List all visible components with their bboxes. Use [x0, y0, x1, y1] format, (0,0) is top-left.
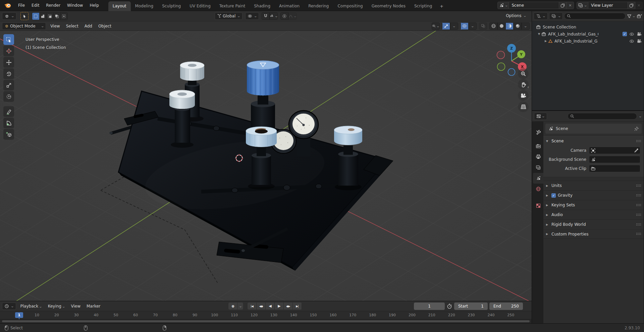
expand-arrow-icon[interactable]: ▶ [543, 40, 548, 43]
menu-window[interactable]: Window [64, 2, 86, 9]
pivot-point-dropdown[interactable]: ⌄ [245, 12, 259, 20]
add-workspace-button[interactable]: + [436, 2, 447, 11]
gravity-checkbox[interactable]: ✓ [551, 193, 556, 198]
options-dropdown[interactable]: Options ⌄ [503, 12, 529, 19]
workspace-tab-modeling[interactable]: Modeling [131, 1, 158, 11]
annotate-tool-button[interactable] [3, 106, 14, 117]
shading-wireframe-button[interactable] [489, 22, 497, 30]
background-scene-field[interactable] [589, 156, 640, 163]
panel-custom-properties[interactable]: ▶Custom Properties [543, 229, 644, 239]
new-view-layer-button[interactable] [628, 2, 635, 9]
play-button[interactable]: ▶ [275, 303, 284, 310]
outliner-row-scene-collection[interactable]: Scene Collection [532, 23, 644, 30]
ortho-grid-icon[interactable] [518, 102, 529, 112]
panel-drag-handle[interactable] [636, 233, 641, 236]
auto-keying-toggle[interactable]: ● [228, 303, 237, 310]
workspace-tab-geometry-nodes[interactable]: Geometry Nodes [367, 1, 410, 11]
mode-dropdown[interactable]: Object Mode ⌄ [2, 22, 46, 30]
outliner-display-mode-dropdown[interactable]: ⌄ [549, 12, 563, 20]
camera-view-icon[interactable] [518, 90, 529, 101]
menu-edit[interactable]: Edit [28, 2, 43, 9]
new-scene-button[interactable] [559, 2, 567, 9]
visibility-dropdown[interactable]: ⌄ [432, 22, 440, 30]
select-mode-intersect[interactable] [60, 13, 67, 20]
editor-type-button-timeline[interactable]: ⌄ [2, 303, 16, 310]
jump-start-button[interactable]: |◀ [248, 303, 257, 310]
menu-help[interactable]: Help [86, 2, 102, 9]
panel-drag-handle[interactable] [636, 213, 641, 216]
overlays-dropdown[interactable]: ⌄ [469, 22, 477, 30]
transform-tool-button[interactable] [3, 91, 14, 102]
gizmos-toggle[interactable] [442, 22, 450, 30]
outliner-search-input[interactable] [564, 13, 626, 19]
scale-tool-button[interactable] [3, 80, 14, 90]
select-mode-subtract[interactable] [46, 13, 53, 20]
menu-file[interactable]: File [15, 2, 28, 9]
panel-keying-sets[interactable]: ▶Keying Sets [543, 200, 644, 210]
scene-icon[interactable]: ⌄ [497, 2, 509, 9]
keying-dropdown[interactable]: ⌄ [237, 303, 244, 310]
proportional-falloff-dropdown[interactable]: ⌄ [288, 12, 297, 20]
timeline-menu-playback[interactable]: Playback⌄ [17, 303, 45, 310]
jump-end-button[interactable]: ▶| [293, 303, 302, 310]
panel-audio[interactable]: ▶Audio [543, 210, 644, 219]
timeline-scrollbar[interactable] [0, 319, 532, 323]
collection-checkbox[interactable]: ✓ [623, 32, 627, 36]
add-cube-tool-button[interactable] [3, 129, 14, 140]
panel-drag-handle[interactable] [636, 223, 641, 226]
view-layer-name-field[interactable]: View Layer [588, 2, 628, 9]
rotate-tool-button[interactable] [3, 68, 14, 79]
outliner-row-gas-container-collection[interactable]: ▼ AFK_Lab_Industrial_Gas_Cont ✓ [532, 30, 644, 38]
viewport-menu-add[interactable]: Add [82, 22, 95, 30]
scene-name-field[interactable]: Scene [509, 2, 559, 9]
viewport-canvas[interactable]: User Perspective (1) Scene Collection Z … [0, 31, 532, 301]
properties-tab-world[interactable] [533, 184, 543, 194]
measure-tool-button[interactable] [3, 118, 14, 128]
gizmos-dropdown[interactable]: ⌄ [450, 22, 458, 30]
move-tool-button[interactable] [3, 57, 14, 68]
editor-type-button-outliner[interactable]: ⌄ [534, 12, 548, 20]
panel-drag-handle[interactable] [636, 184, 641, 187]
properties-tab-tool[interactable] [533, 127, 543, 138]
properties-search-input[interactable] [568, 113, 637, 120]
new-collection-button[interactable] [637, 14, 642, 19]
panel-drag-handle[interactable] [636, 140, 641, 143]
playhead[interactable]: 1 [15, 312, 23, 318]
workspace-tab-layout[interactable]: Layout [108, 1, 131, 11]
select-box-tool-button[interactable] [3, 34, 14, 45]
select-mode-extend[interactable] [39, 13, 46, 20]
panel-gravity[interactable]: ▶✓Gravity [543, 190, 644, 200]
current-frame-field[interactable]: 1 [414, 303, 445, 310]
frame-start-field[interactable]: Start 1 [454, 303, 488, 310]
timeline-menu-view[interactable]: View [68, 303, 84, 310]
eye-icon[interactable] [629, 39, 634, 43]
expand-arrow-icon[interactable]: ▼ [537, 32, 541, 36]
workspace-tab-scripting[interactable]: Scripting [410, 1, 436, 11]
properties-tab-scene[interactable] [533, 173, 543, 184]
stopwatch-icon[interactable] [446, 303, 452, 309]
panel-units[interactable]: ▶Units [543, 181, 644, 190]
select-mode-invert[interactable] [53, 13, 60, 20]
xray-toggle[interactable] [479, 22, 487, 30]
workspace-tab-shading[interactable]: Shading [250, 1, 275, 11]
snap-toggle[interactable] [262, 12, 270, 20]
unlink-scene-button[interactable]: ✕ [567, 2, 574, 9]
workspace-tab-uv-editing[interactable]: UV Editing [185, 1, 215, 11]
timeline-ruler[interactable]: 1 10203040506070809010011012013014015016… [0, 311, 532, 319]
prev-keyframe-button[interactable]: ◀◆ [257, 303, 266, 310]
remove-view-layer-button[interactable]: ✕ [635, 2, 643, 9]
pin-icon[interactable] [634, 126, 639, 131]
panel-drag-handle[interactable] [636, 204, 641, 207]
cursor-tool-button[interactable] [3, 46, 14, 56]
outliner-row-gas-object[interactable]: ▶ AFK_Lab_Industrial_Gas_ [532, 38, 644, 45]
next-keyframe-button[interactable]: ◆▶ [284, 303, 293, 310]
workspace-tab-sculpting[interactable]: Sculpting [158, 1, 185, 11]
shading-material-preview-button[interactable] [505, 22, 514, 30]
zoom-icon[interactable] [518, 68, 529, 79]
shading-rendered-button[interactable] [514, 22, 522, 30]
blender-logo-icon[interactable] [4, 2, 11, 8]
eye-icon[interactable] [629, 32, 634, 36]
properties-tab-render[interactable] [533, 141, 543, 151]
editor-type-button-viewport[interactable]: ⌄ [2, 12, 16, 20]
timeline-menu-keying[interactable]: Keying⌄ [45, 303, 68, 310]
